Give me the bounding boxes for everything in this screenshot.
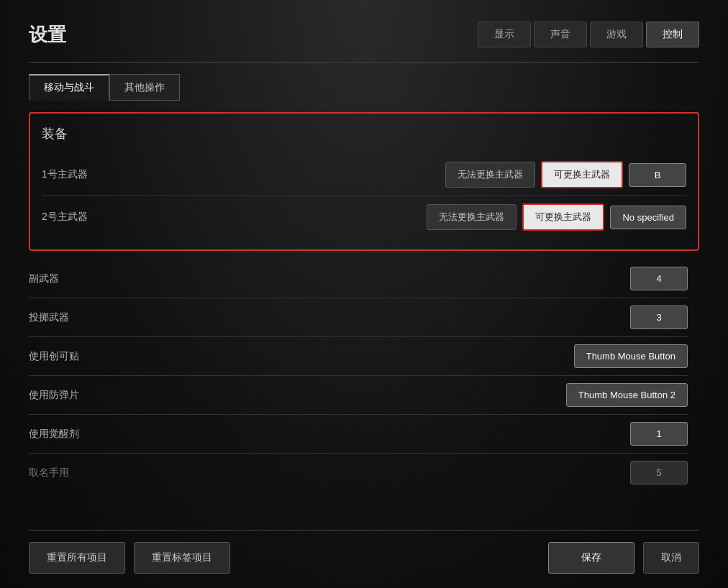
setting-key-bulletproof[interactable]: Thumb Mouse Button 2 — [566, 383, 688, 407]
setting-controls-melee: 5 — [173, 461, 688, 484]
sub-tab-movement[interactable]: 移动与战斗 — [29, 74, 109, 101]
sub-tabs: 移动与战斗 其他操作 — [29, 74, 699, 101]
setting-key-secondary-weapon[interactable]: 4 — [630, 267, 688, 290]
section-title: 装备 — [42, 125, 686, 142]
weapon-controls-1: 无法更换主武器 可更换主武器 B — [445, 161, 686, 188]
setting-key-melee[interactable]: 5 — [630, 461, 688, 484]
setting-controls-throwable: 3 — [173, 306, 688, 329]
weapon-row-2: 2号主武器 无法更换主武器 可更换主武器 No specified — [42, 196, 686, 238]
setting-label-bandage: 使用创可贴 — [29, 350, 173, 363]
footer: 重置所有项目 重置标签项目 保存 取消 — [29, 530, 699, 574]
setting-controls-stimulant: 1 — [173, 422, 688, 446]
setting-controls-secondary-weapon: 4 — [173, 267, 688, 290]
weapon-row-1: 1号主武器 无法更换主武器 可更换主武器 B — [42, 154, 686, 196]
cancel-button[interactable]: 取消 — [643, 542, 699, 574]
weapon-label-1: 1号主武器 — [42, 168, 171, 181]
weapon2-no-change-btn[interactable]: 无法更换主武器 — [427, 204, 517, 230]
setting-key-stimulant[interactable]: 1 — [630, 422, 688, 446]
tab-game[interactable]: 游戏 — [590, 22, 643, 47]
setting-row-throwable: 投掷武器 3 — [29, 298, 688, 337]
weapon1-key-btn[interactable]: B — [629, 163, 686, 187]
setting-label-throwable: 投掷武器 — [29, 311, 173, 324]
equipment-section: 装备 1号主武器 无法更换主武器 可更换主武器 B 2号主武器 无法更换主武器 … — [29, 112, 699, 251]
setting-controls-bulletproof: Thumb Mouse Button 2 — [173, 383, 688, 407]
page-title: 设置 — [29, 22, 66, 47]
header-tabs: 显示 声音 游戏 控制 — [478, 22, 699, 47]
content-area: 装备 1号主武器 无法更换主武器 可更换主武器 B 2号主武器 无法更换主武器 … — [29, 112, 699, 530]
setting-key-bandage[interactable]: Thumb Mouse Button — [574, 344, 688, 368]
setting-row-stimulant: 使用觉醒剂 1 — [29, 415, 688, 454]
setting-label-melee: 取名手用 — [29, 467, 173, 479]
sub-tab-other[interactable]: 其他操作 — [109, 74, 180, 101]
setting-row-melee: 取名手用 5 — [29, 454, 688, 492]
setting-label-secondary-weapon: 副武器 — [29, 272, 173, 285]
setting-label-bulletproof: 使用防弹片 — [29, 389, 173, 402]
setting-row-bulletproof: 使用防弹片 Thumb Mouse Button 2 — [29, 376, 688, 415]
setting-key-throwable[interactable]: 3 — [630, 306, 688, 329]
reset-tag-button[interactable]: 重置标签项目 — [134, 542, 230, 574]
header-divider — [29, 62, 699, 63]
header: 设置 显示 声音 游戏 控制 — [29, 22, 699, 47]
setting-row-bandage: 使用创可贴 Thumb Mouse Button — [29, 337, 688, 376]
setting-controls-bandage: Thumb Mouse Button — [173, 344, 688, 368]
tab-sound[interactable]: 声音 — [534, 22, 587, 47]
weapon1-no-change-btn[interactable]: 无法更换主武器 — [445, 162, 535, 188]
scroll-inner[interactable]: 副武器 4 投掷武器 3 使用创可贴 Thumb Mouse Bu — [29, 259, 699, 530]
weapon2-changeable-btn[interactable]: 可更换主武器 — [522, 203, 604, 231]
weapon-controls-2: 无法更换主武器 可更换主武器 No specified — [427, 203, 686, 231]
scroll-container: 副武器 4 投掷武器 3 使用创可贴 Thumb Mouse Bu — [29, 259, 699, 530]
main-container: 设置 显示 声音 游戏 控制 移动与战斗 其他操作 装备 1号主武器 无法更换主… — [0, 0, 728, 588]
setting-row-secondary-weapon: 副武器 4 — [29, 259, 688, 298]
weapon-label-2: 2号主武器 — [42, 211, 171, 224]
tab-display[interactable]: 显示 — [478, 22, 531, 47]
reset-all-button[interactable]: 重置所有项目 — [29, 542, 125, 574]
weapon2-key-btn[interactable]: No specified — [610, 206, 686, 229]
save-button[interactable]: 保存 — [548, 542, 634, 574]
tab-control[interactable]: 控制 — [646, 22, 699, 47]
weapon1-changeable-btn[interactable]: 可更换主武器 — [541, 161, 623, 188]
setting-label-stimulant: 使用觉醒剂 — [29, 428, 173, 441]
